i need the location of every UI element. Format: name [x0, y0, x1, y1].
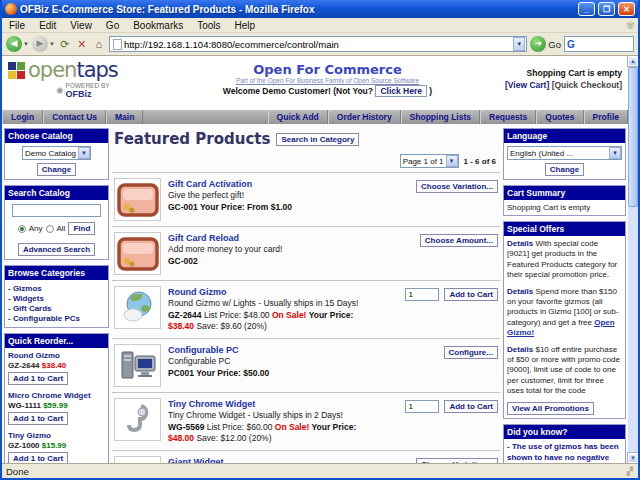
did-you-know-title: Did you know? [504, 425, 625, 439]
choose-amount-button[interactable]: Choose Amount... [420, 234, 498, 247]
add-1-to-cart-button[interactable]: Add 1 to Cart [8, 452, 68, 463]
menu-edit[interactable]: Edit [32, 19, 63, 32]
scroll-up-icon[interactable]: ▲ [628, 56, 638, 66]
menu-view[interactable]: View [63, 19, 99, 32]
stop-icon[interactable]: ✕ [75, 38, 89, 51]
add-to-cart-button[interactable]: Add to Cart [444, 288, 498, 301]
menu-go[interactable]: Go [99, 19, 126, 32]
chevron-down-icon[interactable]: ▼ [609, 147, 621, 159]
quick-reorder-item: Tiny GizmoGZ-1000 $15.99Add 1 to Cart [8, 431, 105, 463]
language-select[interactable]: English (United ... ▼ [507, 146, 622, 160]
forward-dropdown-icon[interactable]: ▼ [49, 41, 55, 47]
catalog-search-input[interactable] [12, 204, 101, 217]
menu-bookmarks[interactable]: Bookmarks [126, 19, 190, 32]
catalog-select[interactable]: Demo Catalog ▼ [22, 146, 91, 160]
click-here-button[interactable]: Click Here [375, 85, 427, 97]
nav-tab-login[interactable]: Login [2, 110, 43, 124]
menu-file[interactable]: File [2, 19, 32, 32]
scrollbar-thumb[interactable] [628, 67, 638, 207]
choose-variation-button[interactable]: Choose Variation... [416, 180, 498, 193]
add-1-to-cart-button[interactable]: Add 1 to Cart [8, 412, 68, 425]
back-dropdown-icon[interactable]: ▼ [23, 41, 29, 47]
gift-card-icon[interactable] [114, 178, 161, 221]
search-in-category-button[interactable]: Search in Category [276, 133, 359, 146]
offer-details-link[interactable]: Details [507, 287, 535, 296]
radio-any[interactable] [18, 225, 26, 233]
reload-icon[interactable]: ⟳ [58, 38, 72, 51]
offer-details-link[interactable]: Details [507, 239, 535, 248]
product-link-gift-card-reload[interactable]: Gift Card Reload [168, 232, 239, 244]
pc-icon[interactable] [114, 344, 161, 387]
quantity-input[interactable] [405, 400, 439, 413]
resize-grip[interactable]: ▞ [627, 467, 634, 476]
nav-tab-quotes[interactable]: Quotes [536, 110, 583, 124]
product-actions: Add to Cart [378, 286, 498, 333]
product-link-micro-chrome-widget[interactable]: Micro Chrome Widget [8, 391, 105, 400]
choose-catalog-box: Choose Catalog Demo Catalog ▼ Change [4, 128, 109, 180]
price-segment: Save: $9.60 (20%) [196, 321, 266, 331]
catalog-change-button[interactable]: Change [37, 163, 76, 176]
scroll-down-icon[interactable]: ▼ [628, 453, 638, 463]
url-dropdown-icon[interactable]: ▼ [513, 37, 525, 51]
gift-card-icon[interactable] [114, 232, 161, 275]
category-link-gizmos[interactable]: - Gizmos [8, 284, 105, 293]
nav-tab-main[interactable]: Main [106, 110, 143, 124]
product-link-giant-widget[interactable]: Giant Widget [168, 456, 223, 463]
vertical-scrollbar[interactable]: ▲ ▼ [628, 56, 638, 463]
url-input[interactable] [124, 39, 513, 50]
add-to-cart-button[interactable]: Add to Cart [444, 400, 498, 413]
category-link-configurable-pcs[interactable]: - Configurable PCs [8, 314, 105, 323]
close-button[interactable]: ✕ [618, 2, 635, 16]
find-button[interactable]: Find [68, 222, 95, 235]
product-row: Configurable PCConfigurable PCPC001 Your… [112, 338, 500, 392]
quick-checkout-link[interactable]: [Quick Checkout] [552, 80, 622, 90]
product-list: Gift Card ActivationGive the perfect gif… [112, 173, 500, 463]
globe-icon[interactable] [114, 286, 161, 329]
nav-tab-order-history[interactable]: Order History [328, 110, 401, 124]
minimize-button[interactable]: _ [578, 2, 595, 16]
product-link-round-gizmo[interactable]: Round Gizmo [168, 286, 227, 298]
product-id-price: WG-1111 $59.99 [8, 401, 105, 410]
web-search-input[interactable] [575, 39, 631, 49]
opentaps-logo-text[interactable]: opentaps [28, 60, 118, 80]
home-icon[interactable]: ⌂ [92, 38, 106, 50]
cart-summary-box: Cart Summary Shopping Cart is empty [503, 185, 626, 216]
quantity-input[interactable] [405, 288, 439, 301]
back-button[interactable]: ◀ [6, 36, 22, 52]
nav-tab-shopping-lists[interactable]: Shopping Lists [401, 110, 480, 124]
chevron-down-icon[interactable]: ▼ [78, 147, 90, 159]
product-link-tiny-chrome-widget[interactable]: Tiny Chrome Widget [168, 398, 255, 410]
language-change-button[interactable]: Change [545, 163, 584, 176]
nav-tab-quick-add[interactable]: Quick Add [268, 110, 328, 124]
menu-tools[interactable]: Tools [190, 19, 227, 32]
menu-help[interactable]: Help [228, 19, 263, 32]
view-all-promotions-button[interactable]: View All Promotions [507, 402, 594, 415]
product-link-tiny-gizmo[interactable]: Tiny Gizmo [8, 431, 105, 440]
nav-tab-profile[interactable]: Profile [584, 110, 628, 124]
choose-variation-button[interactable]: Choose Variation... [416, 458, 498, 463]
status-bar: Done ▞ [2, 463, 638, 478]
product-description: Add more money to your card! [168, 244, 378, 255]
forward-button[interactable]: ▶ [32, 36, 48, 52]
product-link-gift-card-activation[interactable]: Gift Card Activation [168, 178, 252, 190]
page-select[interactable]: Page 1 of 1 ▼ [400, 154, 459, 168]
product-link-configurable-pc[interactable]: Configurable PC [168, 344, 239, 356]
add-1-to-cart-button[interactable]: Add 1 to Cart [8, 372, 68, 385]
view-cart-link[interactable]: [View Cart] [505, 80, 549, 90]
product-link-round-gizmo[interactable]: Round Gizmo [8, 351, 105, 360]
truck-icon[interactable] [114, 456, 161, 463]
category-link-widgets[interactable]: - Widgets [8, 294, 105, 303]
restore-button[interactable]: ❐ [598, 2, 615, 16]
nav-tab-requests[interactable]: Requests [480, 110, 536, 124]
nav-tab-contact-us[interactable]: Contact Us [43, 110, 106, 124]
widget-icon[interactable] [114, 398, 161, 441]
advanced-search-button[interactable]: Advanced Search [18, 243, 95, 256]
chevron-down-icon[interactable]: ▼ [446, 155, 458, 167]
go-icon[interactable]: ➜ [530, 36, 546, 52]
offer-details-link[interactable]: Details [507, 345, 535, 354]
left-sidebar: Choose Catalog Demo Catalog ▼ Change Sea… [4, 128, 109, 463]
configure-button[interactable]: Configure... [444, 346, 498, 359]
category-link-gift-cards[interactable]: - Gift Cards [8, 304, 105, 313]
go-label[interactable]: Go [548, 39, 561, 50]
radio-all[interactable] [46, 225, 54, 233]
